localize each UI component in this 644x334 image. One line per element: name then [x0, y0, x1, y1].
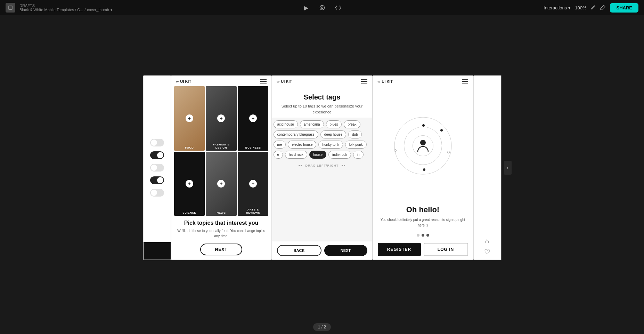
app-logo — [6, 3, 15, 13]
orbit-graphic — [373, 86, 473, 205]
orbit-dot-3 — [394, 149, 397, 152]
page-indicator: 1 / 2 — [313, 323, 331, 331]
frame-toggles — [143, 75, 171, 260]
frame-oh-hello: ∞ UI KIT — [373, 75, 473, 260]
chevron-down-icon: ▾ — [568, 5, 571, 10]
topic-fashion[interactable]: + FASHION &DESIGN — [206, 86, 237, 151]
orbit-dot-4 — [447, 151, 450, 153]
home-icon[interactable]: ⌂ — [485, 237, 489, 245]
topic-news[interactable]: + NEWS — [206, 152, 237, 216]
breadcrumb-sep: / — [84, 8, 85, 12]
tags-row-2: contemporary bluegrass deep house dub — [274, 130, 371, 138]
tag-deep-house[interactable]: deep house — [320, 130, 346, 138]
chevron-down-icon[interactable]: ▾ — [111, 8, 113, 12]
infinity-icon: ∞ — [176, 79, 179, 84]
tags-scroll-area[interactable]: acid house americana blues break contemp… — [272, 118, 372, 241]
tag-blues[interactable]: blues — [326, 120, 342, 128]
dot-2[interactable] — [422, 234, 424, 237]
next-button-f3[interactable]: NEXT — [324, 245, 367, 256]
topic-arts[interactable]: + ARTS &REVIEWS — [238, 152, 269, 216]
tag-dub[interactable]: dub — [348, 130, 362, 138]
frame-topics: ∞ UI KIT + FOOD + FASHION &DESIGN + — [171, 75, 272, 260]
topic-news-label: NEWS — [206, 211, 237, 214]
plus-icon: + — [186, 180, 193, 188]
tag-me[interactable]: me — [274, 141, 286, 149]
topic-science-label: SCIENCE — [174, 211, 205, 214]
toggle-3[interactable] — [150, 164, 164, 172]
interactions-button[interactable]: Interactions ▾ — [544, 5, 571, 10]
orbit-container — [392, 114, 454, 177]
back-button[interactable]: BACK — [277, 245, 321, 256]
share-button[interactable]: SHARE — [610, 3, 638, 13]
toggle-1[interactable] — [150, 139, 164, 146]
tag-folk-punk[interactable]: folk punk — [345, 141, 367, 149]
topic-arts-label: ARTS &REVIEWS — [238, 208, 269, 214]
uikit-text: UI KIT — [180, 79, 191, 84]
infinity-icon: ∞ — [277, 79, 280, 84]
hamburger-menu-f3[interactable] — [361, 79, 367, 84]
svg-point-3 — [321, 7, 323, 9]
tag-in[interactable]: in — [353, 151, 364, 159]
nav-arrow-right[interactable]: › — [504, 161, 512, 175]
topic-food[interactable]: + FOOD — [174, 86, 205, 151]
bottombar: 1 / 2 — [0, 320, 644, 334]
svg-point-2 — [320, 6, 324, 10]
frame2-footer: Pick topics that interest you We'll add … — [171, 216, 271, 260]
plus-icon: + — [217, 180, 225, 188]
topic-science[interactable]: + SCIENCE — [174, 152, 205, 216]
topic-business-label: BUSINESS — [238, 146, 269, 149]
tags-row-4: e hard rock house indie rock in — [274, 151, 371, 159]
drag-hint-text: DRAG LEFT/RIGHT — [305, 164, 339, 167]
heart-icon[interactable]: ♡ — [484, 248, 490, 256]
pencil-icon[interactable] — [600, 5, 606, 11]
tag-e[interactable]: e — [274, 151, 283, 159]
tag-break[interactable]: break — [344, 120, 360, 128]
dot-3[interactable] — [426, 234, 429, 237]
tag-house[interactable]: house — [309, 151, 326, 159]
zoom-level[interactable]: 100% — [575, 5, 586, 10]
tag-acid-house[interactable]: acid house — [274, 120, 298, 128]
frames-wrapper: ∞ UI KIT + FOOD + FASHION &DESIGN + — [143, 75, 502, 260]
dot-1[interactable] — [417, 234, 419, 237]
hamburger-menu-f4[interactable] — [462, 79, 468, 84]
tags-row-1: acid house americana blues break — [274, 120, 371, 128]
frame3-header: ∞ UI KIT — [272, 76, 372, 86]
topic-business[interactable]: + BUSINESS — [238, 86, 269, 151]
tag-hard-rock[interactable]: hard rock — [285, 151, 307, 159]
tag-contemporary-bluegrass[interactable]: contemporary bluegrass — [274, 130, 318, 138]
orbit-center — [417, 139, 429, 152]
dots-navigation — [373, 234, 473, 237]
orbit-dot-1 — [422, 124, 425, 127]
frame2-header: ∞ UI KIT — [171, 76, 271, 86]
breadcrumb: Black & White Mobile Templates / C... / … — [19, 8, 113, 12]
register-button[interactable]: REGISTER — [378, 243, 421, 256]
play-button[interactable]: ▶ — [301, 2, 311, 13]
toggle-5[interactable] — [150, 189, 164, 197]
topics-subtitle: We'll add these to your daily feed. You … — [176, 228, 267, 239]
breadcrumb-file: cover_thumb — [87, 8, 109, 12]
breadcrumb-path: Black & White Mobile Templates / C... — [19, 8, 83, 12]
dots-right: •• — [342, 163, 346, 168]
comment-button[interactable] — [317, 2, 327, 13]
toggle-2[interactable] — [150, 151, 164, 159]
next-button-f2[interactable]: NEXT — [200, 244, 242, 255]
topbar-title: DRAFTS Black & White Mobile Templates / … — [19, 3, 113, 12]
infinity-icon: ∞ — [378, 79, 381, 84]
tags-row-3: me electro house honky tonk folk punk — [274, 141, 371, 149]
tag-honky-tonk[interactable]: honky tonk — [318, 141, 343, 149]
tag-americana[interactable]: americana — [300, 120, 324, 128]
uikit-logo: ∞ UI KIT — [176, 79, 191, 84]
select-tags-subtitle: Select up to 10 tags so we can personali… — [277, 103, 367, 115]
hamburger-menu[interactable] — [260, 79, 267, 84]
drafts-label: DRAFTS — [19, 3, 113, 8]
canvas: ∞ UI KIT + FOOD + FASHION &DESIGN + — [0, 15, 644, 320]
tag-indie-rock[interactable]: indie rock — [328, 151, 351, 159]
oh-hello-title: Oh hello! — [378, 205, 468, 214]
edit-icon[interactable] — [590, 5, 596, 11]
code-button[interactable] — [333, 2, 343, 13]
toggle-4[interactable] — [150, 176, 164, 184]
login-button[interactable]: LOG IN — [424, 243, 468, 256]
tag-electro-house[interactable]: electro house — [288, 141, 316, 149]
plus-icon: + — [217, 114, 225, 122]
topbar-center-controls: ▶ — [301, 2, 343, 13]
